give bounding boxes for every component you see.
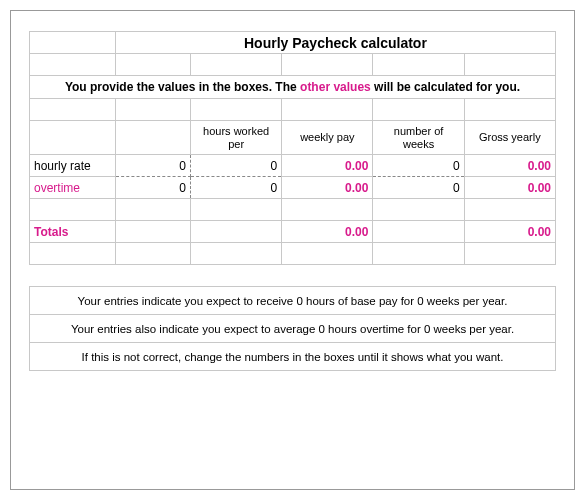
calculator-table: Hourly Paycheck calculator You provide t…	[29, 31, 556, 371]
instruction-text: You provide the values in the boxes. The…	[30, 76, 556, 99]
totals-weekly-value: 0.00	[282, 221, 373, 243]
hourly-hours-input[interactable]: 0	[191, 155, 282, 177]
totals-row: Totals 0.00 0.00	[30, 221, 556, 243]
summary-row-2: Your entries also indicate you expect to…	[30, 315, 556, 343]
header-num-weeks: number of weeks	[373, 121, 464, 155]
summary-line-3: If this is not correct, change the numbe…	[30, 343, 556, 371]
instruction-pre: You provide the values in the boxes. The	[65, 80, 300, 94]
summary-row-3: If this is not correct, change the numbe…	[30, 343, 556, 371]
summary-line-1: Your entries indicate you expect to rece…	[30, 287, 556, 315]
spacer-row	[30, 265, 556, 287]
hourly-weekly-value: 0.00	[282, 155, 373, 177]
header-weekly-pay: weekly pay	[282, 121, 373, 155]
overtime-weekly-value: 0.00	[282, 177, 373, 199]
overtime-weeks-input[interactable]: 0	[373, 177, 464, 199]
summary-line-2: Your entries also indicate you expect to…	[30, 315, 556, 343]
hourly-rate-label: hourly rate	[30, 155, 116, 177]
overtime-gross-value: 0.00	[464, 177, 555, 199]
blank-cell	[30, 32, 116, 54]
header-row: hours worked per weekly pay number of we…	[30, 121, 556, 155]
page-title: Hourly Paycheck calculator	[115, 32, 555, 54]
spacer-row	[30, 99, 556, 121]
header-gross-yearly: Gross yearly	[464, 121, 555, 155]
hourly-rate-input[interactable]: 0	[115, 155, 190, 177]
instruction-highlight: other values	[300, 80, 371, 94]
overtime-rate-input[interactable]: 0	[115, 177, 190, 199]
totals-gross-value: 0.00	[464, 221, 555, 243]
hourly-weeks-input[interactable]: 0	[373, 155, 464, 177]
header-hours-worked: hours worked per	[191, 121, 282, 155]
spacer-row	[30, 54, 556, 76]
hourly-rate-row: hourly rate 0 0 0.00 0 0.00	[30, 155, 556, 177]
instruction-row: You provide the values in the boxes. The…	[30, 76, 556, 99]
spacer-row	[30, 243, 556, 265]
summary-row-1: Your entries indicate you expect to rece…	[30, 287, 556, 315]
instruction-post: will be calculated for you.	[371, 80, 520, 94]
title-row: Hourly Paycheck calculator	[30, 32, 556, 54]
overtime-label: overtime	[30, 177, 116, 199]
spreadsheet-frame: Hourly Paycheck calculator You provide t…	[10, 10, 575, 490]
overtime-row: overtime 0 0 0.00 0 0.00	[30, 177, 556, 199]
hourly-gross-value: 0.00	[464, 155, 555, 177]
spacer-row	[30, 199, 556, 221]
totals-label: Totals	[30, 221, 116, 243]
overtime-hours-input[interactable]: 0	[191, 177, 282, 199]
